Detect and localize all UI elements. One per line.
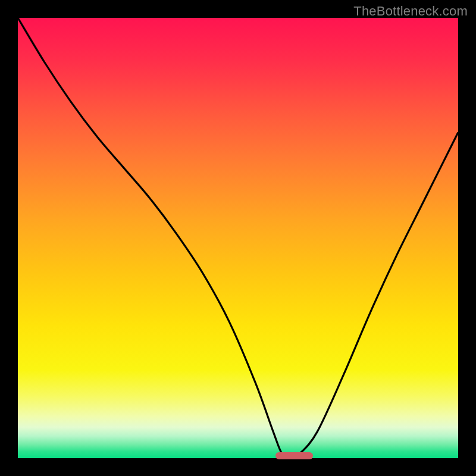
optimal-range-marker [275, 452, 313, 459]
chart-frame: TheBottleneck.com [0, 0, 476, 476]
bottleneck-curve [18, 18, 458, 458]
plot-area [18, 18, 458, 458]
watermark-text: TheBottleneck.com [353, 4, 468, 19]
curve-path [18, 18, 458, 458]
